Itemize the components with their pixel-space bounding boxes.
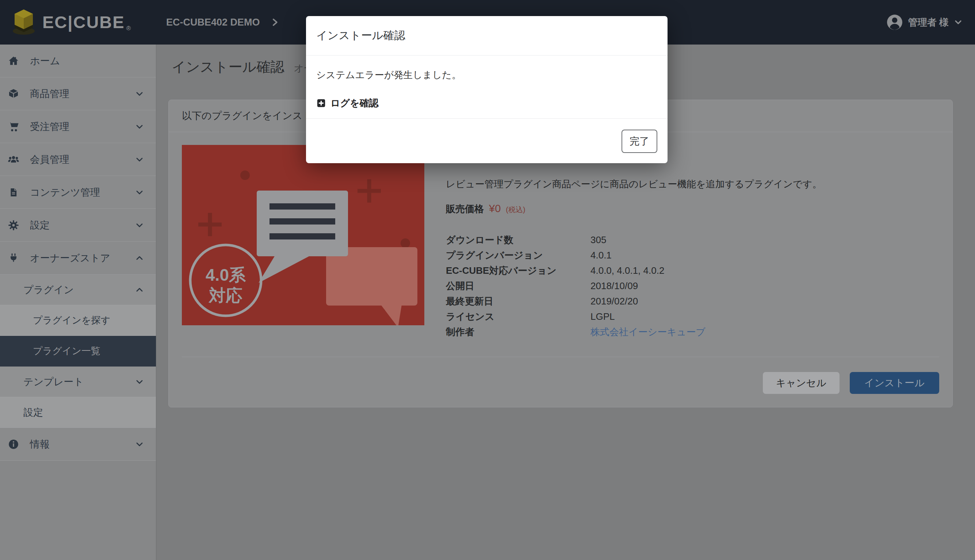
gear-icon: [7, 219, 20, 231]
price-row: 販売価格 ¥0 (税込): [446, 203, 525, 215]
sidebar-item-plugin-list[interactable]: プラグイン一覧: [0, 336, 156, 367]
cancel-button[interactable]: キャンセル: [763, 372, 840, 394]
sidebar-item-label: 商品管理: [30, 87, 69, 100]
sidebar-item-products[interactable]: 商品管理: [0, 77, 156, 110]
table-row: 最終更新日 2019/02/20: [446, 293, 705, 309]
card-actions: キャンセル インストール: [763, 372, 939, 394]
sidebar-item-plugin[interactable]: プラグイン: [0, 275, 156, 305]
sidebar-item-label: 情報: [30, 438, 50, 451]
detail-label: プラグインバージョン: [446, 249, 590, 262]
page-title: インストール確認: [172, 58, 284, 76]
plus-square-icon: [316, 98, 326, 108]
card-divider: [182, 357, 939, 357]
detail-value: 4.0.0, 4.0.1, 4.0.2: [590, 265, 664, 277]
sidebar-item-label: 設定: [30, 219, 50, 232]
sidebar-item-template[interactable]: テンプレート: [0, 367, 156, 397]
sidebar-item-label: ホーム: [30, 54, 60, 68]
plugin-description: レビュー管理プラグイン商品ページに商品のレビュー機能を追加するプラグインです。: [446, 178, 822, 190]
sidebar-item-label: 受注管理: [30, 120, 69, 133]
detail-value: 4.0.1: [590, 250, 612, 261]
sidebar-item-info[interactable]: 情報: [0, 428, 156, 461]
price-value: ¥0: [489, 203, 501, 215]
home-icon: [7, 55, 20, 67]
decorative-dot: [401, 238, 410, 248]
chevron-down-icon: [135, 440, 144, 449]
table-row: 公開日 2018/10/09: [446, 278, 705, 293]
shop-name-label: EC-CUBE402 DEMO: [166, 17, 260, 28]
chevron-down-icon: [135, 155, 144, 164]
shop-name-link[interactable]: EC-CUBE402 DEMO: [166, 0, 280, 45]
sidebar-item-label: テンプレート: [23, 375, 83, 388]
user-name-label: 管理者 様: [908, 16, 949, 29]
cart-icon: [7, 121, 20, 133]
detail-label: EC-CUBE対応バージョン: [446, 264, 590, 277]
modal-footer: 完了: [306, 118, 668, 163]
table-row: プラグインバージョン 4.0.1: [446, 248, 705, 263]
table-row: EC-CUBE対応バージョン 4.0.0, 4.0.1, 4.0.2: [446, 263, 705, 278]
detail-label: 公開日: [446, 280, 590, 292]
sidebar-item-label: 設定: [23, 406, 43, 419]
detail-value: LGPL: [590, 311, 615, 322]
price-label: 販売価格: [446, 203, 484, 215]
detail-value: 2019/02/20: [590, 296, 638, 307]
chevron-up-icon: [135, 253, 144, 263]
sidebar-item-members[interactable]: 会員管理: [0, 143, 156, 176]
done-button[interactable]: 完了: [622, 130, 657, 153]
chevron-right-icon: [270, 18, 280, 27]
detail-value: 305: [590, 234, 606, 246]
user-menu[interactable]: 管理者 様: [886, 0, 963, 45]
table-row: ライセンス LGPL: [446, 309, 705, 324]
plugin-details-table: ダウンロード数 305 プラグインバージョン 4.0.1 EC-CUBE対応バー…: [446, 232, 705, 340]
detail-label: 最終更新日: [446, 295, 590, 308]
sidebar-item-owners-store[interactable]: オーナーズストア: [0, 242, 156, 275]
decorative-dot: [240, 170, 250, 180]
table-row: ダウンロード数 305: [446, 232, 705, 248]
badge-line2: 対応: [208, 286, 242, 305]
log-toggle-label: ログを確認: [330, 97, 379, 110]
sidebar-item-contents[interactable]: コンテンツ管理: [0, 176, 156, 209]
plug-icon: [7, 252, 20, 264]
chevron-down-icon: [135, 220, 144, 230]
install-confirm-modal: インストール確認 システムエラーが発生しました。 ログを確認 完了: [306, 16, 668, 163]
chevron-down-icon: [954, 18, 963, 27]
sidebar-item-orders[interactable]: 受注管理: [0, 110, 156, 143]
registered-mark: ®: [127, 25, 131, 32]
sidebar-item-label: コンテンツ管理: [30, 186, 100, 199]
sidebar-item-store-settings[interactable]: 設定: [0, 397, 156, 428]
chevron-up-icon: [135, 285, 144, 295]
log-toggle[interactable]: ログを確認: [316, 97, 657, 110]
detail-label: ダウンロード数: [446, 233, 590, 247]
sidebar-item-settings[interactable]: 設定: [0, 209, 156, 242]
sidebar-item-label: プラグイン一覧: [33, 345, 100, 357]
author-link[interactable]: 株式会社イーシーキューブ: [590, 326, 705, 338]
detail-label: 制作者: [446, 326, 590, 338]
sidebar-item-label: プラグイン: [23, 283, 74, 297]
ec-cube-logo-text: EC|CUBE: [42, 12, 125, 32]
modal-body: システムエラーが発生しました。 ログを確認: [306, 55, 668, 110]
detail-label: ライセンス: [446, 310, 590, 323]
ec-cube-logo[interactable]: EC|CUBE ®: [10, 8, 131, 36]
sidebar-item-home[interactable]: ホーム: [0, 45, 156, 77]
sidebar-item-plugin-search[interactable]: プラグインを探す: [0, 305, 156, 336]
file-icon: [7, 187, 20, 198]
sidebar-item-label: プラグインを探す: [33, 314, 110, 327]
sidebar-nav: ホーム 商品管理 受注管理 会員管理: [0, 45, 156, 560]
ec-cube-logo-icon: [10, 8, 37, 36]
users-icon: [7, 154, 20, 165]
sidebar-item-label: 会員管理: [30, 153, 69, 166]
avatar-icon: [886, 14, 903, 31]
badge-line1: 4.0系: [206, 265, 246, 284]
modal-header: インストール確認: [306, 16, 668, 55]
chevron-down-icon: [135, 377, 144, 387]
table-row: 制作者 株式会社イーシーキューブ: [446, 324, 705, 340]
modal-title: インストール確認: [316, 28, 405, 43]
install-button[interactable]: インストール: [850, 372, 939, 394]
plugin-thumbnail: 4.0系 対応: [182, 145, 424, 325]
chevron-down-icon: [135, 89, 144, 98]
price-tax-note: (税込): [506, 205, 525, 215]
chevron-down-icon: [135, 188, 144, 197]
sidebar-item-label: オーナーズストア: [30, 252, 110, 265]
error-message: システムエラーが発生しました。: [316, 68, 657, 82]
chevron-down-icon: [135, 122, 144, 132]
detail-value: 2018/10/09: [590, 280, 638, 292]
